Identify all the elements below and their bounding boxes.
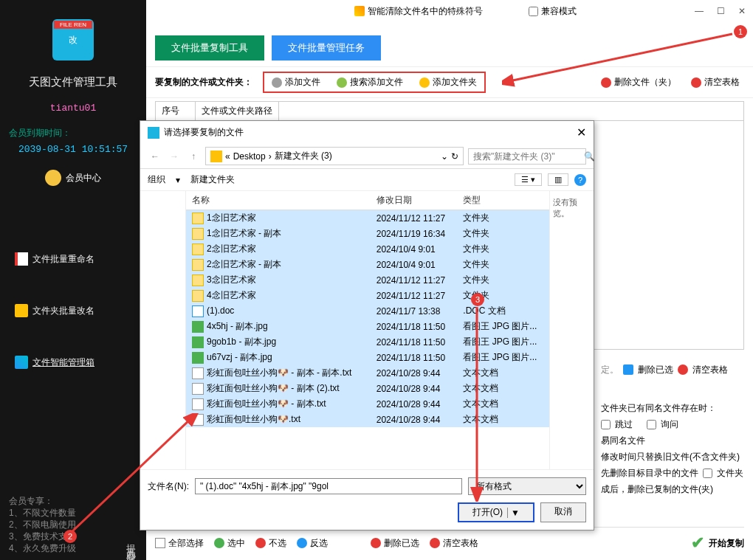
file-row[interactable]: 彩虹面包吐丝小狗🐶 - 副本 - 副本.txt2024/10/28 9:44文本… <box>186 365 549 381</box>
nav-rename-folders[interactable]: 文件夹批量改名 <box>0 297 146 325</box>
folder-icon <box>192 259 204 271</box>
compat-label: 兼容模式 <box>541 5 577 18</box>
tab-copy-tool[interactable]: 文件批量复制工具 <box>155 35 264 61</box>
delete-file-button[interactable]: 删除文件（夹） <box>596 75 681 90</box>
folder-tree[interactable] <box>140 191 186 469</box>
cancel-button[interactable]: 取消 <box>540 502 586 522</box>
window-buttons: — ☐ ✕ <box>695 6 746 16</box>
dialog-body: 名称 修改日期 类型 1念旧艺术家2024/11/12 11:27文件夹1念旧艺… <box>140 191 594 469</box>
avatar-icon <box>45 170 61 186</box>
img-icon <box>192 321 204 333</box>
chevron-down-icon[interactable]: ▼ <box>507 508 520 518</box>
img-icon <box>192 352 204 364</box>
delete-selected[interactable]: 删除已选 <box>371 537 419 550</box>
back-button[interactable]: ← <box>148 151 162 162</box>
file-row[interactable]: 彩虹面包吐丝小狗🐶.txt2024/10/28 9:44文本文档 <box>186 412 549 427</box>
footer-title: 会员专享： <box>9 495 76 507</box>
forward-button[interactable]: → <box>167 151 182 162</box>
maximize-button[interactable]: ☐ <box>717 6 725 16</box>
up-button[interactable]: ↑ <box>186 151 201 162</box>
start-copy-button[interactable]: ✔ 开始复制 <box>691 533 744 553</box>
chevron-down-icon[interactable]: ⌄ <box>441 151 448 162</box>
filename-input[interactable] <box>195 478 462 494</box>
tab-manage-tasks[interactable]: 文件批量管理任务 <box>272 35 381 61</box>
clear-table-button[interactable]: 清空表格 <box>687 75 744 90</box>
vip-center[interactable]: 会员中心 <box>45 170 101 186</box>
select-yes[interactable]: 选中 <box>214 537 245 550</box>
search-add-button[interactable]: 搜索添加文件 <box>332 75 408 90</box>
nav-rename-files[interactable]: 文件批量重命名 <box>0 245 146 273</box>
search-input[interactable] <box>473 151 584 162</box>
col-name[interactable]: 名称 <box>186 191 371 210</box>
search-icon[interactable]: 🔍 <box>584 151 595 162</box>
doc-icon <box>15 252 28 266</box>
bottom-bar: 全部选择 选中 不选 反选 删除已选 清空表格 ✔ 开始复制 <box>155 527 744 553</box>
filename-label: 文件名(N): <box>148 480 189 493</box>
file-row[interactable]: u67vzj - 副本.jpg2024/11/18 11:50看图王 JPG 图… <box>186 350 549 365</box>
new-folder-button[interactable]: 新建文件夹 <box>190 173 235 186</box>
search-box[interactable]: 🔍 <box>468 148 586 165</box>
file-row[interactable]: 1念旧艺术家 - 副本2024/11/19 16:34文件夹 <box>186 226 549 241</box>
file-row[interactable]: 彩虹面包吐丝小狗🐶 - 副本.txt2024/10/28 9:44文本文档 <box>186 396 549 412</box>
app-title: 天图文件管理工具 <box>29 75 117 89</box>
path-seg[interactable]: 新建文件夹 (3) <box>275 150 332 162</box>
reverse-icon <box>297 538 307 548</box>
footer-line: 4、永久免费升级 <box>9 542 76 554</box>
reverse-select[interactable]: 反选 <box>297 537 328 550</box>
file-row[interactable]: 3念旧艺术家2024/11/12 11:27文件夹 <box>186 272 549 288</box>
refresh-icon[interactable]: ↻ <box>451 151 458 162</box>
preview-pane-button[interactable]: ▥ <box>548 173 568 186</box>
skip-checkbox[interactable] <box>601 420 611 429</box>
ask-checkbox[interactable] <box>647 420 656 429</box>
add-file-button[interactable]: 添加文件 <box>267 75 325 90</box>
close-button[interactable]: ✕ <box>738 6 746 16</box>
organize-button[interactable]: 组织 <box>148 173 165 186</box>
path-seg[interactable]: Desktop <box>233 151 266 162</box>
folder-icon <box>192 290 204 302</box>
compat-mode[interactable]: 兼容模式 <box>529 5 577 18</box>
vip-center-label: 会员中心 <box>66 172 101 184</box>
view-mode-button[interactable]: ☰ ▾ <box>515 173 542 186</box>
file-row[interactable]: 彩虹面包吐丝小狗🐶 - 副本 (2).txt2024/10/28 9:44文本文… <box>186 381 549 396</box>
file-row[interactable]: 9gob1b - 副本.jpg2024/11/18 11:50看图王 JPG 图… <box>186 334 549 350</box>
grid-header: 序号 文件或文件夹路径 <box>155 101 744 121</box>
col-type[interactable]: 类型 <box>457 191 549 210</box>
checkmark-icon: ✔ <box>691 533 704 553</box>
search-icon <box>337 77 347 88</box>
logo-char: 改 <box>69 34 78 46</box>
help-button[interactable]: ? <box>574 174 586 186</box>
minimize-button[interactable]: — <box>695 6 704 16</box>
no-icon <box>255 538 266 548</box>
folder-icon <box>419 77 430 88</box>
txt-icon <box>192 414 204 426</box>
folder-icon <box>210 151 222 162</box>
file-row[interactable]: 1念旧艺术家2024/11/12 11:27文件夹 <box>186 210 549 227</box>
file-row[interactable]: 4念旧艺术家2024/11/12 11:27文件夹 <box>186 288 549 303</box>
file-row[interactable]: (1).doc2024/11/7 13:38.DOC 文档 <box>186 303 549 319</box>
delete-icon <box>371 538 381 548</box>
file-row[interactable]: 4x5hj - 副本.jpg2024/11/18 11:50看图王 JPG 图片… <box>186 319 549 334</box>
folder-icon <box>192 212 204 224</box>
txt-icon <box>192 367 204 379</box>
folder-checkbox[interactable] <box>703 469 712 478</box>
dialog-icon <box>148 127 159 139</box>
clear-table[interactable]: 清空表格 <box>430 537 478 550</box>
add-folder-button[interactable]: 添加文件夹 <box>415 75 481 90</box>
select-no[interactable]: 不选 <box>255 537 286 550</box>
file-row[interactable]: 2念旧艺术家 - 副本2024/10/4 9:01文件夹 <box>186 257 549 272</box>
filter-select[interactable]: 所有格式 <box>468 477 586 495</box>
dialog-toolbar: 组织▾ 新建文件夹 ☰ ▾ ▥ ? <box>140 169 594 191</box>
dialog-close-button[interactable]: ✕ <box>577 125 586 139</box>
nav-smart-manage[interactable]: 文件智能管理箱 <box>0 348 146 376</box>
del-sel-btn[interactable]: 删除已选 <box>638 362 673 378</box>
path-box[interactable]: « Desktop › 新建文件夹 (3) ⌄ ↻ <box>205 147 464 165</box>
select-all[interactable]: 全部选择 <box>155 537 204 550</box>
col-date[interactable]: 修改日期 <box>371 191 458 210</box>
feature-text: 智能清除文件名中的特殊符号 <box>368 5 483 18</box>
open-button[interactable]: 打开(O) ▼ <box>458 502 534 522</box>
file-list[interactable]: 名称 修改日期 类型 1念旧艺术家2024/11/12 11:27文件夹1念旧艺… <box>186 191 549 469</box>
file-row[interactable]: 2念旧艺术家2024/10/4 9:01文件夹 <box>186 241 549 257</box>
delete-icon <box>601 77 611 88</box>
clear-btn[interactable]: 清空表格 <box>692 362 728 378</box>
compat-checkbox[interactable] <box>529 7 538 16</box>
